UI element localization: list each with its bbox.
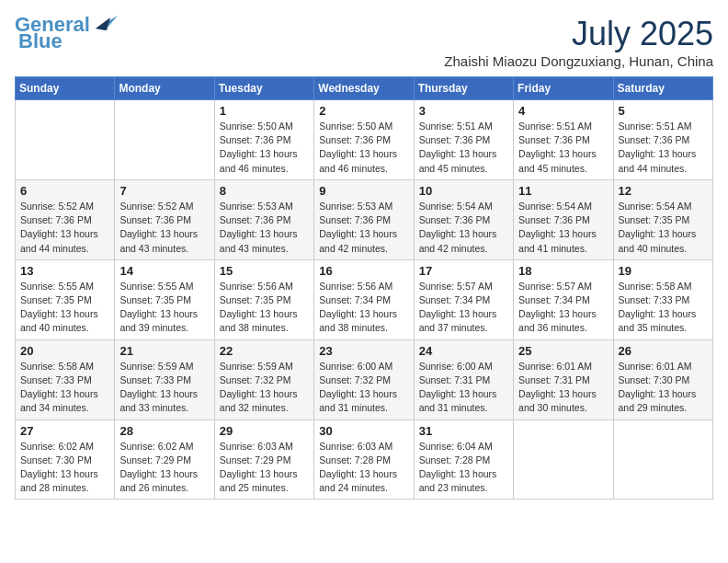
- day-info: Sunrise: 5:59 AMSunset: 7:32 PMDaylight:…: [220, 360, 309, 416]
- calendar-week-5: 27Sunrise: 6:02 AMSunset: 7:30 PMDayligh…: [16, 419, 713, 500]
- day-info: Sunrise: 5:54 AMSunset: 7:36 PMDaylight:…: [518, 200, 608, 256]
- day-number: 5: [619, 104, 708, 118]
- day-number: 16: [319, 264, 408, 278]
- day-info: Sunrise: 6:01 AMSunset: 7:30 PMDaylight:…: [619, 360, 708, 416]
- day-number: 12: [619, 184, 708, 198]
- weekday-friday: Friday: [514, 77, 613, 100]
- day-info: Sunrise: 5:54 AMSunset: 7:36 PMDaylight:…: [419, 200, 508, 256]
- calendar-cell: 5Sunrise: 5:51 AMSunset: 7:36 PMDaylight…: [613, 100, 712, 180]
- day-number: 28: [119, 424, 209, 438]
- calendar-cell: [115, 100, 214, 180]
- calendar-cell: 9Sunrise: 5:53 AMSunset: 7:36 PMDaylight…: [314, 179, 414, 259]
- day-number: 3: [419, 104, 508, 118]
- day-info: Sunrise: 5:56 AMSunset: 7:34 PMDaylight:…: [319, 280, 408, 336]
- weekday-saturday: Saturday: [613, 77, 712, 100]
- calendar-cell: 19Sunrise: 5:58 AMSunset: 7:33 PMDayligh…: [613, 259, 712, 339]
- day-number: 2: [319, 104, 408, 118]
- day-info: Sunrise: 5:55 AMSunset: 7:35 PMDaylight:…: [20, 280, 109, 336]
- day-number: 30: [319, 424, 408, 438]
- weekday-header-row: SundayMondayTuesdayWednesdayThursdayFrid…: [16, 77, 713, 100]
- calendar-cell: 20Sunrise: 5:58 AMSunset: 7:33 PMDayligh…: [16, 339, 115, 419]
- calendar-cell: 18Sunrise: 5:57 AMSunset: 7:34 PMDayligh…: [514, 259, 613, 339]
- day-number: 14: [119, 264, 209, 278]
- day-info: Sunrise: 5:54 AMSunset: 7:35 PMDaylight:…: [619, 200, 708, 256]
- day-info: Sunrise: 5:50 AMSunset: 7:36 PMDaylight:…: [220, 120, 309, 176]
- calendar-cell: 25Sunrise: 6:01 AMSunset: 7:31 PMDayligh…: [514, 339, 613, 419]
- day-number: 20: [20, 344, 109, 358]
- day-number: 24: [419, 344, 508, 358]
- calendar-cell: [16, 100, 115, 180]
- calendar-cell: 23Sunrise: 6:00 AMSunset: 7:32 PMDayligh…: [314, 339, 414, 419]
- calendar-cell: 3Sunrise: 5:51 AMSunset: 7:36 PMDaylight…: [414, 100, 513, 180]
- calendar-cell: 17Sunrise: 5:57 AMSunset: 7:34 PMDayligh…: [414, 259, 513, 339]
- calendar-cell: 21Sunrise: 5:59 AMSunset: 7:33 PMDayligh…: [115, 339, 214, 419]
- calendar-body: 1Sunrise: 5:50 AMSunset: 7:36 PMDaylight…: [16, 100, 713, 500]
- calendar-week-3: 13Sunrise: 5:55 AMSunset: 7:35 PMDayligh…: [16, 259, 713, 339]
- day-number: 6: [20, 184, 109, 198]
- day-info: Sunrise: 5:53 AMSunset: 7:36 PMDaylight:…: [319, 200, 408, 256]
- weekday-sunday: Sunday: [16, 77, 115, 100]
- day-info: Sunrise: 5:51 AMSunset: 7:36 PMDaylight:…: [619, 120, 708, 176]
- calendar-cell: 26Sunrise: 6:01 AMSunset: 7:30 PMDayligh…: [613, 339, 712, 419]
- title-block: July 2025 Zhaishi Miaozu Dongzuxiang, Hu…: [444, 15, 713, 69]
- day-info: Sunrise: 5:53 AMSunset: 7:36 PMDaylight:…: [220, 200, 309, 256]
- day-info: Sunrise: 6:03 AMSunset: 7:28 PMDaylight:…: [319, 440, 408, 496]
- logo-icon: [92, 14, 118, 32]
- day-info: Sunrise: 5:51 AMSunset: 7:36 PMDaylight:…: [518, 120, 608, 176]
- day-info: Sunrise: 5:55 AMSunset: 7:35 PMDaylight:…: [119, 280, 209, 336]
- day-info: Sunrise: 6:02 AMSunset: 7:30 PMDaylight:…: [20, 440, 109, 496]
- calendar-cell: 27Sunrise: 6:02 AMSunset: 7:30 PMDayligh…: [16, 419, 115, 500]
- calendar-cell: [613, 419, 712, 500]
- day-info: Sunrise: 6:00 AMSunset: 7:31 PMDaylight:…: [419, 360, 508, 416]
- day-info: Sunrise: 5:59 AMSunset: 7:33 PMDaylight:…: [119, 360, 209, 416]
- day-number: 4: [518, 104, 608, 118]
- calendar-cell: 10Sunrise: 5:54 AMSunset: 7:36 PMDayligh…: [414, 179, 513, 259]
- calendar-week-4: 20Sunrise: 5:58 AMSunset: 7:33 PMDayligh…: [16, 339, 713, 419]
- day-number: 26: [619, 344, 708, 358]
- day-number: 23: [319, 344, 408, 358]
- calendar-cell: 7Sunrise: 5:52 AMSunset: 7:36 PMDaylight…: [115, 179, 214, 259]
- day-info: Sunrise: 5:52 AMSunset: 7:36 PMDaylight:…: [20, 200, 109, 256]
- day-info: Sunrise: 5:51 AMSunset: 7:36 PMDaylight:…: [419, 120, 508, 176]
- calendar-cell: 6Sunrise: 5:52 AMSunset: 7:36 PMDaylight…: [16, 179, 115, 259]
- calendar-cell: 30Sunrise: 6:03 AMSunset: 7:28 PMDayligh…: [314, 419, 414, 500]
- day-info: Sunrise: 5:57 AMSunset: 7:34 PMDaylight:…: [419, 280, 508, 336]
- calendar-cell: [514, 419, 613, 500]
- day-info: Sunrise: 5:56 AMSunset: 7:35 PMDaylight:…: [220, 280, 309, 336]
- calendar-cell: 31Sunrise: 6:04 AMSunset: 7:28 PMDayligh…: [414, 419, 513, 500]
- day-info: Sunrise: 6:00 AMSunset: 7:32 PMDaylight:…: [319, 360, 408, 416]
- calendar-cell: 4Sunrise: 5:51 AMSunset: 7:36 PMDaylight…: [514, 100, 613, 180]
- day-info: Sunrise: 5:52 AMSunset: 7:36 PMDaylight:…: [119, 200, 209, 256]
- day-number: 29: [220, 424, 309, 438]
- day-number: 1: [220, 104, 309, 118]
- calendar-cell: 12Sunrise: 5:54 AMSunset: 7:35 PMDayligh…: [613, 179, 712, 259]
- day-info: Sunrise: 5:57 AMSunset: 7:34 PMDaylight:…: [518, 280, 608, 336]
- calendar-cell: 8Sunrise: 5:53 AMSunset: 7:36 PMDaylight…: [214, 179, 313, 259]
- day-number: 7: [119, 184, 209, 198]
- calendar-table: SundayMondayTuesdayWednesdayThursdayFrid…: [15, 76, 713, 500]
- day-number: 13: [20, 264, 109, 278]
- svg-marker-1: [96, 17, 110, 30]
- calendar-cell: 16Sunrise: 5:56 AMSunset: 7:34 PMDayligh…: [314, 259, 414, 339]
- calendar-week-2: 6Sunrise: 5:52 AMSunset: 7:36 PMDaylight…: [16, 179, 713, 259]
- day-info: Sunrise: 5:50 AMSunset: 7:36 PMDaylight:…: [319, 120, 408, 176]
- day-info: Sunrise: 6:01 AMSunset: 7:31 PMDaylight:…: [518, 360, 608, 416]
- day-number: 17: [419, 264, 508, 278]
- calendar-cell: 1Sunrise: 5:50 AMSunset: 7:36 PMDaylight…: [214, 100, 313, 180]
- day-number: 21: [119, 344, 209, 358]
- day-info: Sunrise: 6:03 AMSunset: 7:29 PMDaylight:…: [220, 440, 309, 496]
- logo: General Blue: [15, 15, 118, 52]
- calendar-week-1: 1Sunrise: 5:50 AMSunset: 7:36 PMDaylight…: [16, 100, 713, 180]
- calendar-cell: 2Sunrise: 5:50 AMSunset: 7:36 PMDaylight…: [314, 100, 414, 180]
- page-header: General Blue July 2025 Zhaishi Miaozu Do…: [15, 15, 713, 69]
- calendar-cell: 14Sunrise: 5:55 AMSunset: 7:35 PMDayligh…: [115, 259, 214, 339]
- month-year: July 2025: [444, 15, 713, 53]
- day-info: Sunrise: 6:02 AMSunset: 7:29 PMDaylight:…: [119, 440, 209, 496]
- day-number: 27: [20, 424, 109, 438]
- day-number: 31: [419, 424, 508, 438]
- day-number: 15: [220, 264, 309, 278]
- calendar-cell: 24Sunrise: 6:00 AMSunset: 7:31 PMDayligh…: [414, 339, 513, 419]
- day-number: 8: [220, 184, 309, 198]
- day-number: 22: [220, 344, 309, 358]
- calendar-cell: 29Sunrise: 6:03 AMSunset: 7:29 PMDayligh…: [214, 419, 313, 500]
